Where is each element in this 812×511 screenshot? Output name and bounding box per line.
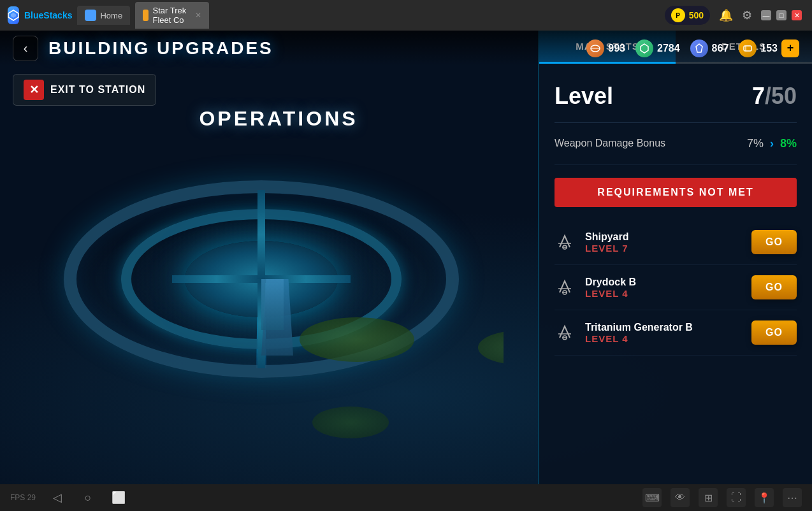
tritanium-gen-req-info: Tritanium Generator B LEVEL 4 [585,322,741,344]
req-row-shipyard: Shipyard LEVEL 7 GO [555,220,797,265]
resource-tritanium: 993 [586,40,625,57]
stat-name-weapon-damage: Weapon Damage Bonus [555,137,665,150]
tritanium-value: 993 [608,43,625,54]
svg-marker-4 [641,44,648,53]
maximize-button[interactable]: □ [776,10,787,20]
svg-marker-1 [11,13,16,18]
keyboard-icon[interactable]: ⌨ [642,488,662,507]
fullscreen-icon[interactable]: ⛶ [727,488,746,507]
right-panel: MAIN STATS DETAILS Level 7/50 Weapon Dam… [538,31,812,484]
title-bar-left: BlueStacks Home Star Trek Fleet Co ✕ [0,2,217,29]
station-visual [19,82,504,477]
shipyard-req-level: LEVEL 7 [585,243,741,254]
exit-label: EXIT TO STATION [50,84,145,96]
shipyard-req-icon [555,232,575,252]
minimize-button[interactable]: — [761,10,771,20]
tritanium-gen-go-button[interactable]: GO [751,320,797,345]
bottom-bar: FPS 29 ◁ ○ ⬜ ⌨ 👁 ⊞ ⛶ 📍 ⋯ [0,484,812,511]
resource-bar: 993 2784 867 [586,40,799,57]
coins-display: P 500 [665,6,710,25]
home-tab[interactable]: Home [77,6,130,25]
req-row-tritanium-gen: Tritanium Generator B LEVEL 4 GO [555,310,797,356]
shipyard-req-name: Shipyard [585,231,741,243]
stat-next-weapon-damage: 8% [780,137,797,150]
back-button[interactable]: ‹ [13,36,38,61]
resource-crystal: 867 [690,40,729,57]
stat-arrow-icon: › [770,137,774,150]
panel-content: Level 7/50 Weapon Damage Bonus 7% › 8% R… [539,64,812,368]
title-bar-right: P 500 🔔 ⚙ — □ ✕ [655,6,812,25]
stat-current-weapon-damage: 7% [747,137,764,150]
crystal-icon [690,40,708,57]
drydock-req-name: Drydock B [585,277,741,288]
tritanium-gen-req-name: Tritanium Generator B [585,322,741,333]
recents-nav-button[interactable]: ⬜ [110,489,127,507]
resource-latinum: 153 + [739,40,799,57]
latinum-icon [739,40,757,57]
exit-x-icon: ✕ [24,80,44,100]
game-tab[interactable]: Star Trek Fleet Co ✕ [135,2,209,29]
coins-value: 500 [689,10,704,20]
level-label: Level [555,83,613,110]
resource-dilithium: 2784 [635,40,680,57]
stat-values-weapon-damage: 7% › 8% [747,137,797,150]
svg-rect-6 [744,46,751,51]
dilithium-value: 2784 [657,43,680,54]
drydock-req-info: Drydock B LEVEL 4 [585,277,741,299]
bluestacks-logo [8,6,19,24]
window-controls: — □ ✕ [761,10,802,20]
grid-icon[interactable]: ⊞ [699,488,718,507]
home-nav-button[interactable]: ○ [79,489,97,507]
drydock-req-icon [555,277,575,298]
eye-icon[interactable]: 👁 [671,488,690,507]
back-nav-button[interactable]: ◁ [48,489,66,507]
tab-close-icon[interactable]: ✕ [195,11,201,20]
drydock-go-button[interactable]: GO [751,275,797,299]
req-row-drydock: Drydock B LEVEL 4 GO [555,265,797,310]
bluestacks-brand: BlueStacks [24,10,72,20]
bottom-right-controls: ⌨ 👁 ⊞ ⛶ 📍 ⋯ [642,488,802,507]
requirements-banner-text: REQUIREMENTS NOT MET [597,187,753,198]
page-title: BUILDING UPGRADES [48,38,273,59]
dilithium-icon [635,40,653,57]
level-row: Level 7/50 [555,76,797,123]
location-icon[interactable]: 📍 [755,488,774,507]
fps-display: FPS 29 [10,493,36,502]
level-current: 7 [752,83,765,109]
exit-station-button[interactable]: ✕ EXIT TO STATION [13,74,156,106]
level-max: 50 [771,83,797,109]
level-value: 7/50 [752,83,797,110]
title-bar: BlueStacks Home Star Trek Fleet Co ✕ P 5… [0,0,812,31]
crystal-value: 867 [712,43,729,54]
shipyard-go-button[interactable]: GO [751,230,797,254]
settings-icon[interactable]: ⚙ [742,8,752,22]
drydock-req-level: LEVEL 4 [585,288,741,299]
coin-icon: P [671,8,685,22]
game-viewport: ‹ BUILDING UPGRADES 993 2784 [0,31,812,484]
close-button[interactable]: ✕ [792,10,802,20]
notification-icon[interactable]: 🔔 [719,8,733,22]
more-icon[interactable]: ⋯ [783,488,802,507]
level-separator: / [765,83,771,109]
tritanium-gen-req-level: LEVEL 4 [585,333,741,344]
tritanium-icon [586,40,604,57]
game-header: ‹ BUILDING UPGRADES 993 2784 [0,31,812,66]
latinum-value: 153 [760,43,778,54]
shipyard-req-info: Shipyard LEVEL 7 [585,231,741,254]
add-latinum-button[interactable]: + [781,40,799,57]
requirements-banner: REQUIREMENTS NOT MET [555,178,797,207]
svg-marker-5 [696,44,702,52]
stat-row-weapon-damage: Weapon Damage Bonus 7% › 8% [555,123,797,165]
tritanium-gen-req-icon [555,322,575,343]
operations-title: OPERATIONS [32,107,525,131]
